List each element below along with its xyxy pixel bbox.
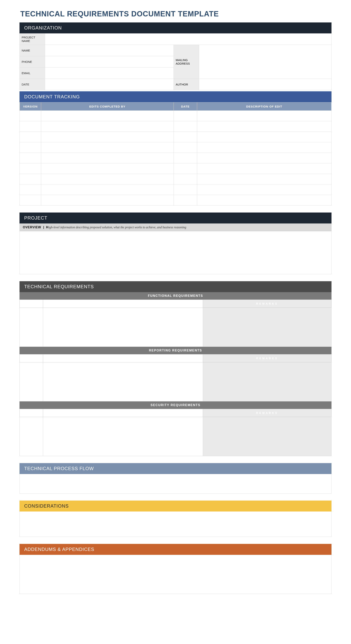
- table-row[interactable]: [20, 111, 332, 121]
- considerations-field[interactable]: [19, 512, 332, 537]
- reporting-subheader: REPORTING REQUIREMENTS: [19, 347, 332, 354]
- req-col-remarks: REMARKS: [203, 300, 332, 308]
- table-row[interactable]: [20, 142, 332, 153]
- functional-requirements-table: ID DESCRIPTION REMARKS: [19, 300, 332, 347]
- overview-hint-lead: H: [46, 226, 48, 229]
- field-author[interactable]: [199, 79, 332, 90]
- field-phone[interactable]: [45, 56, 174, 68]
- label-author: AUTHOR: [174, 79, 199, 90]
- table-row[interactable]: [20, 163, 332, 174]
- page-title: TECHNICAL REQUIREMENTS DOCUMENT TEMPLATE: [20, 10, 332, 18]
- req-col-description: DESCRIPTION: [43, 300, 203, 308]
- overview-label: OVERVIEW: [23, 226, 41, 229]
- req-col-remarks: REMARKS: [203, 354, 332, 362]
- project-header: PROJECT: [19, 212, 332, 224]
- req-col-id: ID: [20, 354, 43, 362]
- field-email[interactable]: [45, 68, 174, 79]
- label-date: DATE: [20, 79, 45, 90]
- table-row[interactable]: [20, 417, 332, 456]
- organization-header: ORGANIZATION: [19, 22, 332, 33]
- reporting-requirements-table: ID DESCRIPTION REMARKS: [19, 354, 332, 402]
- table-row[interactable]: [20, 308, 332, 347]
- considerations-header: CONSIDERATIONS: [19, 500, 332, 512]
- table-row[interactable]: [20, 121, 332, 132]
- label-mailing-address: MAILING ADDRESS: [174, 45, 199, 79]
- overview-hint: igh-level information describing propose…: [48, 226, 186, 229]
- table-row[interactable]: [20, 362, 332, 402]
- document: TECHNICAL REQUIREMENTS DOCUMENT TEMPLATE…: [19, 10, 332, 594]
- label-name: NAME: [20, 45, 45, 56]
- tech-req-header: TECHNICAL REQUIREMENTS: [19, 281, 332, 292]
- table-row[interactable]: [20, 132, 332, 142]
- organization-table: PROJECT NAME NAME MAILING ADDRESS PHONE …: [19, 33, 332, 90]
- table-row[interactable]: [20, 195, 332, 206]
- functional-subheader: FUNCTIONAL REQUIREMENTS: [19, 292, 332, 300]
- security-requirements-table: ID DESCRIPTION REMARKS: [19, 409, 332, 456]
- label-email: EMAIL: [20, 68, 45, 79]
- table-row[interactable]: [20, 153, 332, 163]
- tracking-col-date: DATE: [174, 102, 197, 111]
- process-flow-header: TECHNICAL PROCESS FLOW: [19, 463, 332, 474]
- overview-field[interactable]: [19, 231, 332, 274]
- req-col-id: ID: [20, 300, 43, 308]
- label-project-name: PROJECT NAME: [20, 34, 45, 45]
- security-subheader: SECURITY REQUIREMENTS: [19, 402, 332, 409]
- process-flow-field[interactable]: [19, 474, 332, 494]
- tracking-header: DOCUMENT TRACKING: [19, 91, 332, 102]
- field-name[interactable]: [45, 45, 174, 56]
- req-col-id: ID: [20, 409, 43, 417]
- table-row[interactable]: [20, 174, 332, 184]
- appendices-field[interactable]: [19, 555, 332, 594]
- overview-separator: |: [43, 226, 44, 229]
- tracking-col-desc: DESCRIPTION OF EDIT: [197, 102, 332, 111]
- label-phone: PHONE: [20, 56, 45, 68]
- req-col-description: DESCRIPTION: [43, 354, 203, 362]
- appendices-header: ADDENDUMS & APPENDICES: [19, 544, 332, 555]
- req-col-description: DESCRIPTION: [43, 409, 203, 417]
- tracking-table: VERSION EDITS COMPLETED BY DATE DESCRIPT…: [19, 102, 332, 206]
- req-col-remarks: REMARKS: [203, 409, 332, 417]
- field-project-name[interactable]: [45, 34, 332, 45]
- overview-label-row: OVERVIEW | High-level information descri…: [19, 224, 332, 231]
- field-date[interactable]: [45, 79, 174, 90]
- tracking-col-version: VERSION: [20, 102, 41, 111]
- table-row[interactable]: [20, 184, 332, 195]
- field-mailing-address[interactable]: [199, 45, 332, 79]
- tracking-col-edits: EDITS COMPLETED BY: [41, 102, 174, 111]
